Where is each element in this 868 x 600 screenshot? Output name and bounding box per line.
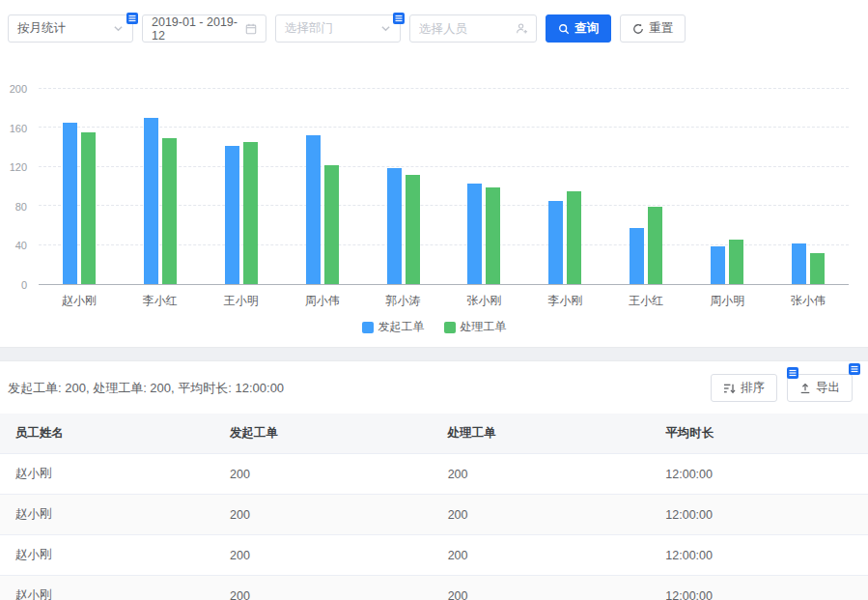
bar <box>324 165 339 284</box>
filter-toolbar: 按月统计 2019-01 - 2019-12 选择部门 <box>0 0 868 52</box>
bar-group <box>363 89 444 284</box>
legend-label: 发起工单 <box>378 319 425 335</box>
x-axis-label: 郭小涛 <box>363 293 444 309</box>
x-axis-label: 赵小刚 <box>39 293 120 309</box>
legend-item[interactable]: 处理工单 <box>444 319 507 335</box>
bar-group <box>524 89 605 284</box>
summary-bar: 发起工单: 200, 处理工单: 200, 平均时长: 12:00:00 排序 … <box>0 361 868 414</box>
department-select-placeholder: 选择部门 <box>285 20 375 37</box>
table-card: 发起工单: 200, 处理工单: 200, 平均时长: 12:00:00 排序 … <box>0 360 868 600</box>
bar <box>711 246 725 284</box>
export-button-label: 导出 <box>816 380 840 396</box>
export-icon <box>799 383 811 394</box>
legend-swatch <box>362 322 374 333</box>
table-cell: 赵小刚 <box>0 576 214 600</box>
x-axis-label: 李小刚 <box>524 293 605 309</box>
x-axis-label: 王小明 <box>201 293 282 309</box>
bar <box>648 207 662 284</box>
bar-group <box>605 89 686 284</box>
table-cell: 200 <box>214 454 433 495</box>
table-cell: 200 <box>433 535 651 576</box>
table-row: 赵小刚20020012:00:00 <box>0 576 868 600</box>
summary-text: 发起工单: 200, 处理工单: 200, 平均时长: 12:00:00 <box>8 380 284 397</box>
table-cell: 200 <box>433 576 651 600</box>
date-range-value: 2019-01 - 2019-12 <box>152 15 239 43</box>
person-add-icon <box>516 22 528 35</box>
legend-item[interactable]: 发起工单 <box>362 319 425 335</box>
bar <box>162 138 177 285</box>
table-cell: 200 <box>433 495 651 535</box>
table-cell: 赵小刚 <box>0 454 214 495</box>
reset-button[interactable]: 重置 <box>620 14 686 43</box>
bar-group <box>686 89 768 284</box>
bar-group <box>201 89 282 284</box>
period-select-value: 按月统计 <box>17 20 107 37</box>
table-row: 赵小刚20020012:00:00 <box>0 495 868 535</box>
x-axis-label: 张小伟 <box>768 293 849 309</box>
bar-group <box>120 89 201 284</box>
bar <box>729 240 743 284</box>
date-range-picker[interactable]: 2019-01 - 2019-12 <box>142 14 266 43</box>
table-header-cell: 发起工单 <box>214 414 433 454</box>
bar-group <box>282 89 363 284</box>
bar <box>567 191 581 284</box>
bar <box>630 228 644 284</box>
table-cell: 12:00:00 <box>650 576 868 600</box>
bar <box>548 201 563 284</box>
query-button-label: 查询 <box>574 20 599 37</box>
person-picker[interactable] <box>409 14 537 43</box>
table-row: 赵小刚20020012:00:00 <box>0 454 868 495</box>
x-axis-label: 张小刚 <box>444 293 525 309</box>
chart-legend: 发起工单处理工单 <box>0 319 868 335</box>
page-root: 按月统计 2019-01 - 2019-12 选择部门 <box>0 0 868 600</box>
table-header-cell: 平均时长 <box>650 414 868 454</box>
sort-button[interactable]: 排序 <box>711 374 777 402</box>
chart-card: 按月统计 2019-01 - 2019-12 选择部门 <box>0 0 868 348</box>
table-cell: 200 <box>214 576 433 600</box>
refresh-icon <box>632 23 644 35</box>
table-cell: 200 <box>433 454 651 495</box>
bar <box>144 118 158 284</box>
bar <box>486 187 500 284</box>
sort-icon <box>723 383 736 394</box>
menu-badge-icon <box>126 13 138 24</box>
menu-badge-icon <box>393 13 405 24</box>
table-cell: 12:00:00 <box>650 454 868 495</box>
person-input[interactable] <box>419 22 510 36</box>
chart-plot <box>39 89 849 285</box>
calendar-icon <box>245 23 257 35</box>
table-actions: 排序 导出 <box>711 374 853 402</box>
table-body: 赵小刚20020012:00:00赵小刚20020012:00:00赵小刚200… <box>0 454 868 600</box>
y-tick-label: 160 <box>10 123 27 134</box>
table-cell: 赵小刚 <box>0 495 214 535</box>
search-icon <box>558 23 570 35</box>
table-cell: 12:00:00 <box>650 495 868 535</box>
bar <box>810 253 825 284</box>
query-button[interactable]: 查询 <box>546 14 611 43</box>
table-header-cell: 处理工单 <box>433 414 651 454</box>
bar <box>387 168 402 284</box>
y-tick-label: 120 <box>10 161 27 173</box>
table-cell: 200 <box>214 535 433 576</box>
x-axis-label: 王小红 <box>605 293 686 309</box>
table-row: 赵小刚20020012:00:00 <box>0 535 868 576</box>
legend-swatch <box>444 322 456 333</box>
table-cell: 12:00:00 <box>650 535 868 576</box>
table-cell: 赵小刚 <box>0 535 214 576</box>
y-tick-label: 80 <box>15 201 27 213</box>
reset-button-label: 重置 <box>649 20 673 37</box>
bar <box>243 142 258 284</box>
table-header-cell: 员工姓名 <box>0 414 214 454</box>
sort-button-label: 排序 <box>741 380 765 396</box>
bar <box>63 123 77 284</box>
bar <box>81 132 96 284</box>
menu-badge-icon <box>787 367 798 379</box>
department-select[interactable]: 选择部门 <box>275 14 401 43</box>
chevron-down-icon <box>380 23 391 34</box>
period-select[interactable]: 按月统计 <box>8 14 133 43</box>
bar <box>792 243 806 284</box>
bar <box>225 146 239 284</box>
x-axis-label: 李小红 <box>120 293 201 309</box>
bar-chart: 04080120160200 赵小刚李小红王小明周小伟郭小涛张小刚李小刚王小红周… <box>0 52 868 342</box>
x-axis-label: 周小明 <box>686 293 768 309</box>
